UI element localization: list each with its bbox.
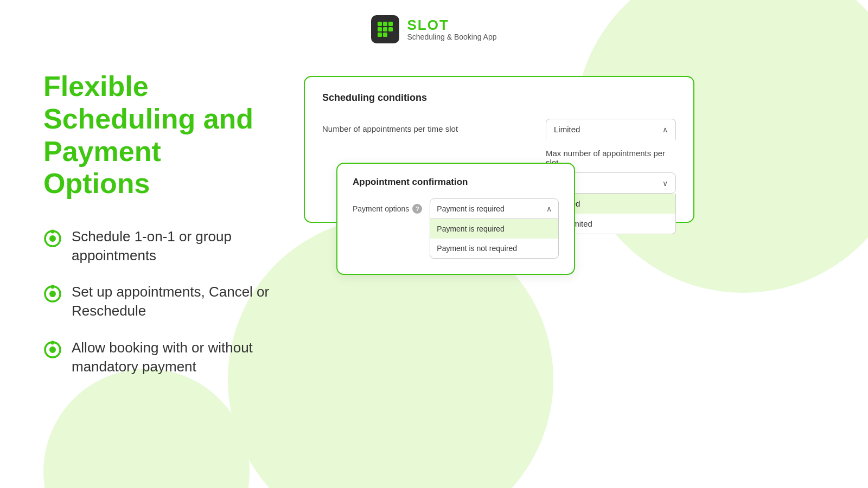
feature-text-1: Schedule 1-on-1 or group appointments (72, 227, 271, 265)
svg-rect-6 (378, 33, 382, 37)
appointment-card: Appointment confirmation Payment options… (336, 163, 575, 275)
svg-rect-1 (383, 22, 387, 26)
svg-point-9 (49, 235, 56, 242)
svg-rect-0 (378, 22, 382, 26)
feature-list: Schedule 1-on-1 or group appointments Se… (43, 227, 271, 376)
feature-text-3: Allow booking with or without mandatory … (72, 338, 271, 376)
feature-item-3: Allow booking with or without mandatory … (43, 338, 271, 376)
app-name: SLOT (407, 17, 496, 33)
app-subtitle: Scheduling & Booking App (407, 33, 496, 41)
payment-dropdown-chevron-up: ∧ (546, 204, 552, 213)
logo-icon (371, 15, 399, 43)
left-panel: Flexible Scheduling and Payment Options … (43, 70, 271, 376)
feature-text-2: Set up appointments, Cancel or Reschedul… (72, 282, 271, 320)
payment-option-not-required[interactable]: Payment is not required (430, 239, 558, 258)
appointments-field-label: Number of appointments per time slot (322, 119, 529, 133)
payment-row: Payment options ? Payment is required ∧ … (353, 198, 559, 259)
svg-rect-7 (383, 33, 387, 37)
payment-help-icon[interactable]: ? (412, 204, 422, 214)
bg-circle-bottom-left (43, 369, 250, 488)
payment-options-label: Payment options ? (353, 198, 422, 214)
limited-dropdown-trigger[interactable]: Limited ∧ (546, 119, 676, 140)
svg-rect-3 (378, 27, 382, 31)
feature-bullet-icon-3 (43, 341, 62, 364)
appointment-card-title: Appointment confirmation (353, 177, 559, 188)
svg-rect-2 (388, 22, 393, 26)
feature-bullet-icon-2 (43, 285, 62, 308)
payment-dropdown-value: Payment is required (437, 204, 505, 213)
svg-rect-5 (388, 27, 393, 31)
svg-point-13 (51, 285, 55, 289)
right-panel: Scheduling conditions Number of appointm… (304, 76, 825, 223)
scheduling-card-title: Scheduling conditions (322, 92, 676, 104)
limited-dropdown-value: Limited (554, 125, 580, 134)
svg-point-15 (49, 346, 56, 353)
payment-dropdown-trigger[interactable]: Payment is required ∧ (430, 198, 559, 219)
feature-item-1: Schedule 1-on-1 or group appointments (43, 227, 271, 265)
app-header: SLOT Scheduling & Booking App (0, 0, 868, 49)
feature-item-2: Set up appointments, Cancel or Reschedul… (43, 282, 271, 320)
limited-dropdown-chevron-up: ∧ (662, 125, 668, 134)
page-title: Flexible Scheduling and Payment Options (43, 70, 271, 200)
payment-option-required[interactable]: Payment is required (430, 219, 558, 239)
svg-rect-4 (383, 27, 387, 31)
logo-text: SLOT Scheduling & Booking App (407, 17, 496, 42)
svg-point-10 (51, 230, 55, 234)
main-content: Flexible Scheduling and Payment Options … (0, 49, 868, 376)
payment-dropdown-options: Payment is required Payment is not requi… (430, 219, 559, 259)
payment-dropdown-container: Payment is required ∧ Payment is require… (430, 198, 559, 259)
svg-point-12 (49, 291, 56, 297)
svg-point-16 (51, 341, 55, 344)
feature-bullet-icon-1 (43, 229, 62, 253)
max-dropdown-chevron: ∨ (662, 179, 668, 188)
